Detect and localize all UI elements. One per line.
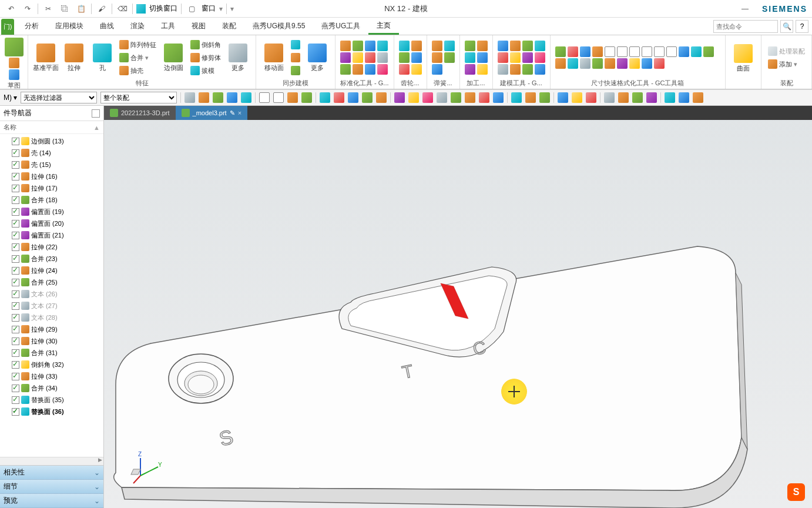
add-component-button[interactable]: 添加▾ [766, 58, 807, 70]
panel-section-header[interactable]: 预览⌄ [0, 494, 103, 508]
checkbox-icon[interactable] [12, 349, 19, 357]
tree-item[interactable]: 拉伸 (30) [0, 335, 103, 347]
paste-icon[interactable]: 📋 [75, 2, 88, 15]
pin-icon[interactable] [92, 109, 100, 118]
pattern-button[interactable]: 阵列特征 [118, 39, 158, 51]
tab-assembly[interactable]: 装配 [214, 18, 244, 35]
search-button[interactable]: 🔍 [780, 20, 793, 33]
brush-icon[interactable]: 🖌 [95, 2, 108, 15]
tab-yanxiu-mold[interactable]: 燕秀UG模具9.55 [244, 18, 313, 35]
tree-item[interactable]: 倒斜角 (32) [0, 359, 103, 370]
more-sync-button[interactable]: 更多 [304, 44, 330, 72]
minimize-button[interactable]: — [741, 5, 749, 13]
checkbox-icon[interactable] [12, 149, 19, 157]
checkbox-icon[interactable] [12, 232, 19, 239]
more-features-button[interactable]: 更多 [225, 44, 251, 72]
tree-item[interactable]: 合并 (23) [0, 253, 103, 265]
tree-item[interactable]: 拉伸 (29) [0, 323, 103, 335]
tree-item[interactable]: 文本 (26) [0, 288, 103, 300]
graphics-viewport[interactable]: 20221213-3D.prt _model3.prt ✎ × [104, 106, 812, 508]
tree-item[interactable]: 拉伸 (33) [0, 370, 103, 382]
hole-button[interactable]: 孔 [89, 44, 115, 72]
sketch-button[interactable] [5, 38, 24, 80]
tree-item[interactable]: 文本 (28) [0, 312, 103, 323]
feature-tree[interactable]: 边倒圆 (13) 壳 (14) 壳 (15) 拉伸 (16) 拉伸 (17) [0, 134, 103, 457]
window-icon[interactable]: ▢ [185, 2, 198, 15]
window-switch-icon[interactable] [136, 4, 146, 14]
selection-filter-select[interactable]: 无选择过滤器 [21, 92, 97, 103]
tree-item[interactable]: 壳 (15) [0, 159, 103, 171]
tree-item[interactable]: 替换面 (36) [0, 406, 103, 417]
tab-yanxiu-tools[interactable]: 燕秀UG工具 [313, 18, 368, 35]
doc-tab-active[interactable]: _model3.prt ✎ × [176, 106, 248, 120]
chamfer-button[interactable]: 倒斜角 [189, 39, 223, 51]
assembly-filter-select[interactable]: 整个装配 [100, 92, 177, 103]
undo-icon[interactable]: ↶ [5, 2, 18, 15]
menu-dropdown[interactable]: M) ▾ [4, 93, 17, 102]
process-assembly-button[interactable]: 处理装配 [766, 45, 807, 57]
file-menu-button[interactable]: 门) [1, 19, 14, 35]
checkbox-icon[interactable] [12, 373, 19, 380]
tree-item[interactable]: 偏置面 (19) [0, 206, 103, 218]
panel-section-header[interactable]: 细节⌄ [0, 480, 103, 494]
checkbox-icon[interactable] [12, 255, 19, 263]
tab-home[interactable]: 主页 [368, 18, 399, 35]
checkbox-icon[interactable] [12, 173, 19, 181]
tree-item[interactable]: 合并 (34) [0, 382, 103, 394]
checkbox-icon[interactable] [12, 314, 19, 322]
wcs-triad[interactable]: Z Y [129, 449, 164, 484]
copy-icon[interactable]: ⿻ [58, 2, 71, 15]
tab-view[interactable]: 视图 [183, 18, 214, 35]
checkbox-icon[interactable] [12, 396, 19, 404]
checkbox-icon[interactable] [12, 302, 19, 310]
tree-item[interactable]: 合并 (25) [0, 276, 103, 288]
column-header-name[interactable]: 名称 ▲ [0, 121, 103, 134]
edge-blend-button[interactable]: 边倒圆 [160, 44, 186, 72]
checkbox-icon[interactable] [12, 267, 19, 275]
close-tab-icon[interactable]: × [238, 109, 241, 116]
tab-application[interactable]: 应用模块 [47, 18, 92, 35]
tree-item[interactable]: 拉伸 (17) [0, 182, 103, 194]
tree-item[interactable]: 合并 (18) [0, 194, 103, 206]
move-face-button[interactable]: 移动面 [261, 44, 287, 72]
checkbox-icon[interactable] [12, 337, 19, 345]
window-label[interactable]: 窗口 [202, 4, 216, 14]
checkbox-icon[interactable] [12, 196, 19, 204]
panel-section-header[interactable]: 相关性⌄ [0, 466, 103, 480]
shell-button[interactable]: 抽壳 [118, 65, 158, 76]
surface-button[interactable]: 曲面 [730, 44, 756, 73]
checkbox-icon[interactable] [12, 243, 19, 251]
doc-tab-inactive[interactable]: 20221213-3D.prt [104, 106, 176, 120]
tree-item[interactable]: 合并 (31) [0, 347, 103, 359]
model-canvas[interactable]: S T C [104, 120, 812, 508]
checkbox-icon[interactable] [12, 208, 19, 216]
tree-item[interactable]: 边倒圆 (13) [0, 135, 103, 147]
checkbox-icon[interactable] [12, 385, 19, 392]
tab-curve[interactable]: 曲线 [92, 18, 122, 35]
datum-plane-button[interactable]: 基准平面 [33, 44, 59, 72]
checkbox-icon[interactable] [12, 361, 19, 369]
eraser-icon[interactable]: ⌫ [116, 2, 129, 15]
checkbox-icon[interactable] [12, 408, 19, 416]
checkbox-icon[interactable] [12, 220, 19, 228]
tree-item[interactable]: 拉伸 (24) [0, 265, 103, 276]
switch-window-label[interactable]: 切换窗口 [149, 4, 177, 14]
tree-item[interactable]: 替换面 (35) [0, 394, 103, 406]
horizontal-scrollbar[interactable] [0, 457, 103, 465]
help-button[interactable]: ? [796, 20, 808, 33]
tree-item[interactable]: 拉伸 (22) [0, 241, 103, 253]
tree-item[interactable]: 拉伸 (16) [0, 171, 103, 182]
tree-item[interactable]: 偏置面 (21) [0, 229, 103, 241]
trim-body-button[interactable]: 修剪体 [189, 52, 223, 63]
redo-icon[interactable]: ↷ [21, 2, 34, 15]
tab-analysis[interactable]: 分析 [16, 18, 47, 35]
checkbox-icon[interactable] [12, 138, 19, 145]
draft-button[interactable]: 拔模 [189, 65, 223, 76]
tab-tools[interactable]: 工具 [153, 18, 183, 35]
command-search-input[interactable] [713, 20, 778, 33]
cut-icon[interactable]: ✂ [42, 2, 55, 15]
checkbox-icon[interactable] [12, 326, 19, 333]
tree-item[interactable]: 壳 (14) [0, 147, 103, 159]
extrude-button[interactable]: 拉伸 [61, 44, 87, 72]
checkbox-icon[interactable] [12, 185, 19, 192]
